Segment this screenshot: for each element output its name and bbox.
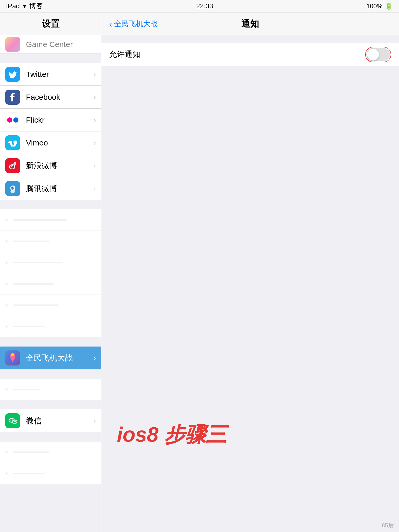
status-left: iPad ▾ 博客 bbox=[6, 2, 43, 11]
toggle-knob bbox=[367, 49, 379, 61]
faded-item-3 bbox=[0, 252, 101, 273]
faded-dot-2 bbox=[5, 240, 8, 243]
twitter-icon bbox=[5, 67, 20, 82]
nav-bar-left: 设置 bbox=[0, 12, 101, 35]
faded-dot-3 bbox=[5, 261, 8, 264]
back-label: 全民飞机大战 bbox=[114, 19, 158, 29]
faded-line-3 bbox=[13, 262, 63, 263]
weibo-qq-label: 腾讯微博 bbox=[26, 183, 94, 194]
settings-item-quanmin[interactable]: 全民飞机大战 › bbox=[0, 347, 101, 369]
settings-item-flickr[interactable]: Flickr › bbox=[0, 109, 101, 131]
faded-item-4 bbox=[0, 273, 101, 295]
right-content: 允许通知 ios8 步骤三 bbox=[101, 35, 399, 532]
svg-point-8 bbox=[12, 187, 13, 188]
weibo-sina-icon bbox=[5, 158, 20, 173]
section-gap-1 bbox=[0, 54, 101, 63]
main-container: 设置 Game Center Twitter › bbox=[0, 12, 399, 532]
game-center-icon bbox=[5, 37, 20, 52]
facebook-chevron: › bbox=[94, 93, 96, 101]
flickr-dots bbox=[7, 117, 18, 123]
below-wechat-section bbox=[0, 442, 101, 484]
back-button[interactable]: ‹ 全民飞机大战 bbox=[109, 19, 158, 29]
vimeo-label: Vimeo bbox=[26, 138, 94, 147]
twitter-chevron: › bbox=[94, 70, 96, 78]
wechat-section: 微信 › bbox=[0, 409, 101, 432]
below-wechat-dot-1 bbox=[5, 451, 8, 454]
svg-point-15 bbox=[12, 420, 13, 421]
flickr-dot-pink bbox=[7, 117, 12, 123]
section-gap-2 bbox=[0, 200, 101, 209]
section-gap-3 bbox=[0, 337, 101, 347]
social-apps-section: Twitter › Facebook › bbox=[0, 63, 101, 200]
section-gap-5 bbox=[0, 400, 101, 409]
faded-item-2 bbox=[0, 231, 101, 252]
faded-line-2 bbox=[13, 241, 49, 242]
below-wechat-line-1 bbox=[13, 451, 49, 453]
faded-item-6 bbox=[0, 316, 101, 337]
faded-line-6 bbox=[13, 326, 45, 327]
settings-title: 设置 bbox=[42, 18, 59, 30]
watermark: 85后 bbox=[382, 522, 394, 529]
wechat-icon bbox=[5, 413, 20, 428]
faded-dot-1 bbox=[5, 219, 8, 221]
vimeo-chevron: › bbox=[94, 139, 96, 147]
faded-line-1 bbox=[13, 219, 67, 221]
faded-line-4 bbox=[13, 283, 54, 285]
settings-item-facebook[interactable]: Facebook › bbox=[0, 86, 101, 109]
nav-bar-right: ‹ 全民飞机大战 通知 bbox=[101, 12, 399, 35]
below-item-1 bbox=[0, 379, 101, 400]
svg-point-18 bbox=[14, 421, 15, 422]
twitter-label: Twitter bbox=[26, 70, 94, 79]
below-line-1 bbox=[13, 389, 40, 390]
device-label: iPad bbox=[6, 2, 20, 10]
below-quanmin-section bbox=[0, 379, 101, 400]
battery-icon: 🔋 bbox=[385, 3, 393, 10]
below-wechat-item-1 bbox=[0, 442, 101, 463]
faded-dot-4 bbox=[5, 283, 8, 285]
game-center-label: Game Center bbox=[26, 40, 73, 49]
faded-dot-5 bbox=[5, 304, 8, 307]
faded-dot-6 bbox=[5, 325, 8, 328]
back-chevron-icon: ‹ bbox=[109, 19, 112, 28]
svg-point-11 bbox=[11, 353, 14, 356]
weibo-sina-label: 新浪微博 bbox=[26, 160, 94, 171]
right-panel: ‹ 全民飞机大战 通知 允许通知 ios8 步骤三 bbox=[101, 12, 399, 532]
svg-point-19 bbox=[15, 421, 16, 422]
weibo-sina-chevron: › bbox=[94, 162, 96, 170]
carrier-label: 博客 bbox=[29, 2, 43, 11]
settings-item-weibo-qq[interactable]: 腾讯微博 › bbox=[0, 177, 101, 200]
quanmin-label: 全民飞机大战 bbox=[26, 353, 94, 363]
settings-item-twitter[interactable]: Twitter › bbox=[0, 63, 101, 86]
facebook-icon bbox=[5, 90, 20, 105]
wechat-chevron: › bbox=[94, 417, 96, 425]
section-gap-6 bbox=[0, 432, 101, 442]
quanmin-icon bbox=[5, 350, 20, 365]
below-dot-1 bbox=[5, 388, 8, 391]
svg-point-17 bbox=[13, 421, 17, 423]
settings-item-weibo-sina[interactable]: 新浪微博 › bbox=[0, 154, 101, 177]
settings-item-game-center[interactable]: Game Center bbox=[0, 35, 101, 54]
faded-items-section bbox=[0, 209, 101, 337]
toggle-container bbox=[365, 47, 391, 62]
battery-percent: 100% bbox=[367, 3, 382, 10]
left-panel: 设置 Game Center Twitter › bbox=[0, 12, 101, 532]
step-text: ios8 步骤三 bbox=[117, 421, 227, 449]
settings-item-wechat[interactable]: 微信 › bbox=[0, 409, 101, 432]
weibo-qq-icon bbox=[5, 181, 20, 196]
allow-notifications-toggle[interactable] bbox=[367, 48, 390, 61]
allow-notifications-label: 允许通知 bbox=[109, 49, 365, 60]
section-gap-4 bbox=[0, 369, 101, 379]
quanmin-chevron: › bbox=[94, 354, 96, 362]
flickr-chevron: › bbox=[94, 116, 96, 124]
flickr-icon bbox=[5, 112, 20, 128]
vimeo-icon bbox=[5, 135, 20, 150]
settings-item-vimeo[interactable]: Vimeo › bbox=[0, 131, 101, 154]
svg-point-3 bbox=[12, 166, 13, 167]
status-bar: iPad ▾ 博客 22:33 100% 🔋 bbox=[0, 0, 399, 12]
wifi-icon: ▾ bbox=[23, 2, 26, 10]
below-wechat-item-2 bbox=[0, 463, 101, 484]
flickr-label: Flickr bbox=[26, 116, 94, 124]
flickr-dot-blue bbox=[13, 117, 18, 123]
below-wechat-dot-2 bbox=[5, 472, 8, 475]
faded-item-1 bbox=[0, 209, 101, 231]
